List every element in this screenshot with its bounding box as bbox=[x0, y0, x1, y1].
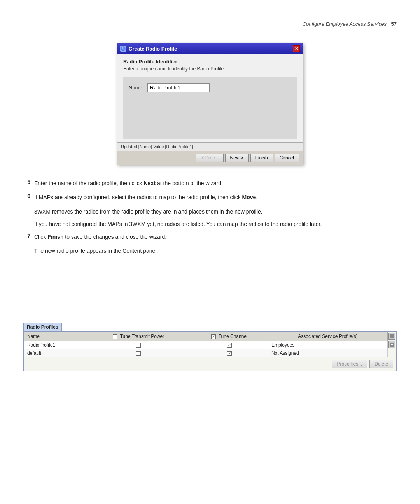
cell-tune-channel-1[interactable] bbox=[191, 341, 268, 349]
dialog-content-area: Name bbox=[123, 77, 297, 139]
table-with-icons: Name Tune Transmit Power bbox=[24, 332, 396, 357]
col-header-tune-channel: Tune Channel bbox=[191, 332, 268, 341]
side-icons bbox=[388, 332, 396, 357]
page-header: Configure Employee Access Services 57 bbox=[303, 21, 397, 27]
dialog-section-desc: Enter a unique name to identify the Radi… bbox=[123, 66, 297, 72]
dialog-footer: < Prev... Next > Finish Cancel bbox=[117, 151, 303, 164]
step-5: 5 Enter the name of the radio profile, t… bbox=[23, 179, 397, 187]
cell-associated-2: Not Assigned bbox=[268, 349, 387, 357]
step-7: 7 Click Finish to save the changes and c… bbox=[23, 233, 397, 241]
radio-profiles-container: Name Tune Transmit Power bbox=[23, 331, 397, 371]
svg-point-1 bbox=[122, 47, 123, 49]
svg-rect-3 bbox=[391, 336, 393, 336]
cell-tune-channel-2[interactable] bbox=[191, 349, 268, 357]
dialog-section-title: Radio Profile Identifier bbox=[123, 59, 297, 65]
dialog-title: Create Radio Profile bbox=[129, 46, 177, 52]
side-icon-btn-2[interactable] bbox=[388, 341, 396, 348]
step-5-text: Enter the name of the radio profile, the… bbox=[34, 179, 397, 187]
cell-tune-transmit-2[interactable] bbox=[86, 349, 191, 357]
table-main: Name Tune Transmit Power bbox=[24, 332, 388, 357]
table-title: Radio Profiles bbox=[23, 323, 62, 331]
table-footer: Properties... Delete bbox=[24, 357, 396, 371]
status-text: Updated [Name] Value [RadioProfile1] bbox=[121, 144, 193, 149]
dialog-titlebar: Create Radio Profile ✕ bbox=[117, 43, 303, 54]
dialog-app-icon bbox=[120, 46, 126, 52]
table-header-row: Name Tune Transmit Power bbox=[24, 332, 388, 341]
side-icon-btn-1[interactable] bbox=[388, 332, 396, 340]
step-5-num: 5 bbox=[23, 179, 30, 187]
tune-transmit-checkbox[interactable] bbox=[113, 334, 119, 339]
radio-profiles-section: Radio Profiles Name Tune Transmit Power bbox=[23, 323, 397, 371]
dialog-wrapper: Create Radio Profile ✕ Radio Profile Ide… bbox=[117, 43, 303, 165]
finish-button[interactable]: Finish bbox=[250, 154, 273, 162]
cancel-button[interactable]: Cancel bbox=[275, 154, 299, 162]
step-7-sub: The new radio profile appears in the Con… bbox=[34, 247, 397, 255]
dialog-body: Radio Profile Identifier Enter a unique … bbox=[117, 54, 303, 142]
dialog-status-bar: Updated [Name] Value [RadioProfile1] bbox=[117, 142, 303, 151]
next-button[interactable]: Next > bbox=[225, 154, 249, 162]
dialog-close-button[interactable]: ✕ bbox=[293, 45, 300, 52]
delete-button[interactable]: Delete bbox=[369, 360, 393, 368]
step-7-text: Click Finish to save the changes and clo… bbox=[34, 233, 397, 241]
prev-button[interactable]: < Prev... bbox=[196, 154, 223, 162]
sub-para-1: 3WXM removes the radios from the radio p… bbox=[34, 207, 397, 216]
main-content: 5 Enter the name of the radio profile, t… bbox=[23, 179, 397, 259]
step-7-num: 7 bbox=[23, 233, 30, 241]
step-6: 6 If MAPs are already configured, select… bbox=[23, 193, 397, 201]
page-number: 57 bbox=[391, 21, 397, 27]
cell-name-2: default bbox=[24, 349, 86, 357]
svg-rect-6 bbox=[392, 343, 392, 346]
cell-name-1: RadioProfile1 bbox=[24, 341, 86, 349]
table-row: RadioProfile1 Employees bbox=[24, 341, 388, 349]
col-header-tune-transmit: Tune Transmit Power bbox=[86, 332, 191, 341]
step-6-text: If MAPs are already configured, select t… bbox=[34, 193, 397, 201]
cell-associated-1: Employees bbox=[268, 341, 387, 349]
radio-profiles-table: Name Tune Transmit Power bbox=[24, 332, 388, 357]
properties-button[interactable]: Properties... bbox=[332, 360, 368, 368]
col-header-associated: Associated Service Profile(s) bbox=[268, 332, 387, 341]
cell-tune-transmit-1[interactable] bbox=[86, 341, 191, 349]
dialog-name-row: Name bbox=[129, 83, 291, 92]
tune-channel-checkbox-header[interactable] bbox=[211, 334, 217, 339]
table-row: default Not Assigned bbox=[24, 349, 388, 357]
header-title: Configure Employee Access Services bbox=[303, 21, 387, 27]
sub-para-2: If you have not configured the MAPs in 3… bbox=[34, 220, 397, 228]
name-label: Name bbox=[129, 85, 144, 91]
col-header-name: Name bbox=[24, 332, 86, 341]
create-radio-profile-dialog: Create Radio Profile ✕ Radio Profile Ide… bbox=[117, 43, 303, 165]
name-input[interactable] bbox=[147, 83, 210, 92]
svg-point-0 bbox=[121, 47, 125, 51]
step-6-num: 6 bbox=[23, 193, 30, 201]
titlebar-left: Create Radio Profile bbox=[120, 46, 177, 52]
